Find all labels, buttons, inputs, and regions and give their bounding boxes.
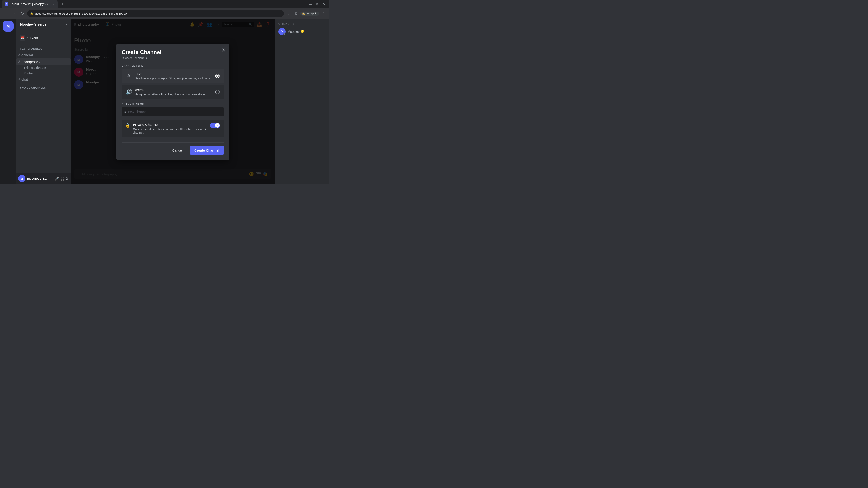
- browser-chrome: D Discord | "Photos" | Moodjoy's s... ✕ …: [0, 0, 329, 19]
- sidebar-event-item[interactable]: 📅 1 Event: [18, 33, 69, 42]
- url-text: discord.com/channels/1182346851781984336…: [35, 12, 127, 15]
- channel-name-label: CHANNEL NAME: [122, 103, 224, 105]
- user-controls: 🎤 🎧 ⚙: [55, 176, 69, 181]
- username: moodjoy1_8...: [27, 177, 53, 180]
- modal-subtitle: in Voice Channels: [122, 56, 224, 60]
- voice-channel-desc: Hang out together with voice, video, and…: [135, 93, 213, 96]
- back-button[interactable]: ←: [3, 10, 9, 17]
- channel-type-voice-option[interactable]: 🔊 Voice Hang out together with voice, vi…: [122, 85, 224, 99]
- private-channel-desc: Only selected members and roles will be …: [133, 127, 208, 134]
- event-label: 1 Event: [27, 36, 38, 40]
- active-tab[interactable]: D Discord | "Photos" | Moodjoy's s... ✕: [2, 0, 58, 8]
- modal-overlay: Create Channel in Voice Channels ✕ CHANN…: [70, 19, 275, 184]
- microphone-icon[interactable]: 🎤: [55, 176, 59, 181]
- channel-name-input-wrap: #: [122, 107, 224, 116]
- text-channel-info: Text Send messages, images, GIFs, emoji,…: [135, 72, 213, 80]
- server-dropdown-arrow: ▾: [66, 23, 67, 26]
- voice-channels-label: ▾ VOICE CHANNELS: [16, 83, 70, 90]
- text-channel-radio[interactable]: [215, 74, 220, 78]
- incognito-badge: 🕵 Incognito: [300, 11, 319, 15]
- main-content: # photography | 🧵 Photos 🔔 📌 👥 ··· Searc…: [70, 19, 275, 184]
- modal-title: Create Channel: [122, 49, 224, 55]
- voice-channel-info: Voice Hang out together with voice, vide…: [135, 88, 213, 96]
- sidebar-item-chat[interactable]: # chat: [16, 76, 70, 83]
- channel-name-chat: chat: [22, 77, 28, 81]
- hash-icon-chat: #: [18, 77, 20, 81]
- user-avatar: M: [18, 175, 25, 182]
- sidebar-events-section: 📅 1 Event: [16, 30, 70, 43]
- sidebar-item-general[interactable]: # general: [16, 52, 70, 58]
- text-channels-section: TEXT CHANNELS +: [16, 43, 70, 52]
- thread-name-1: This is a thread!: [24, 66, 46, 70]
- voice-chevron-icon: ▾: [20, 87, 21, 89]
- sidebar: Moodjoy's server ▾ 📅 1 Event TEXT CHANNE…: [16, 19, 70, 184]
- modal-close-button[interactable]: ✕: [221, 47, 225, 53]
- text-channels-label: TEXT CHANNELS +: [18, 47, 69, 51]
- event-calendar-icon: 📅: [20, 35, 25, 41]
- user-list-item-moodjoy[interactable]: M Moodjoy 🌟: [278, 27, 326, 36]
- settings-icon[interactable]: ⚙: [66, 176, 69, 181]
- channel-name-hash: #: [124, 110, 126, 114]
- offline-header: OFFLINE — 1: [278, 23, 326, 25]
- user-area: M moodjoy1_8... 🎤 🎧 ⚙: [16, 173, 70, 184]
- app-container: M Moodjoy's server ▾ 📅 1 Event TEXT CHAN…: [0, 19, 329, 184]
- close-window-button[interactable]: ✕: [321, 1, 327, 7]
- window-toggle-button[interactable]: ⧉: [293, 10, 299, 17]
- bookmark-button[interactable]: ☆: [286, 10, 292, 17]
- window-controls: — ⧉ ✕: [307, 1, 327, 7]
- channel-name-section: CHANNEL NAME #: [122, 103, 224, 116]
- incognito-icon: 🕵: [302, 12, 305, 15]
- forward-button[interactable]: →: [11, 10, 17, 17]
- cancel-button[interactable]: Cancel: [168, 147, 186, 154]
- minimize-button[interactable]: —: [307, 1, 314, 7]
- voice-channel-speaker-icon: 🔊: [126, 89, 132, 95]
- nav-bar: ← → ↻ 🔒 discord.com/channels/11823468517…: [0, 8, 329, 19]
- thread-item-photos[interactable]: Photos: [16, 70, 70, 76]
- tab-title: Discord | "Photos" | Moodjoy's s...: [9, 2, 50, 6]
- add-text-channel-button[interactable]: +: [65, 47, 67, 51]
- text-channel-desc: Send messages, images, GIFs, emoji, opin…: [135, 76, 213, 80]
- new-tab-button[interactable]: +: [59, 1, 66, 7]
- toggle-x-icon: ✕: [217, 124, 218, 127]
- refresh-button[interactable]: ↻: [19, 10, 25, 17]
- user-list-name-moodjoy: Moodjoy 🌟: [287, 30, 304, 33]
- sidebar-item-photography[interactable]: # photography: [16, 58, 70, 65]
- channel-name-general: general: [22, 53, 33, 57]
- create-channel-button[interactable]: Create Channel: [190, 146, 224, 155]
- voice-channel-name: Voice: [135, 88, 213, 92]
- private-channel-title: Private Channel: [133, 123, 208, 127]
- voice-channel-radio[interactable]: [215, 90, 220, 94]
- address-bar[interactable]: 🔒 discord.com/channels/11823468517819843…: [27, 10, 284, 17]
- channel-type-section-label: CHANNEL TYPE: [122, 64, 224, 67]
- lock-icon: 🔒: [30, 12, 33, 15]
- hash-icon: #: [18, 53, 20, 57]
- tab-close-button[interactable]: ✕: [52, 2, 55, 6]
- private-channel-toggle[interactable]: ✕: [210, 123, 220, 128]
- server-icon-initial: M: [6, 24, 10, 29]
- user-list-avatar-moodjoy: M: [278, 28, 286, 35]
- server-icon-moodjoy[interactable]: M: [3, 21, 13, 32]
- thread-item-1[interactable]: This is a thread!: [16, 65, 70, 70]
- channel-name-photography: photography: [22, 60, 40, 64]
- maximize-button[interactable]: ⧉: [314, 1, 320, 7]
- text-channel-hash-icon: #: [126, 73, 132, 79]
- channel-name-input[interactable]: [128, 110, 221, 113]
- headphone-icon[interactable]: 🎧: [60, 176, 65, 181]
- lock-icon-private: 🔒: [125, 123, 130, 128]
- server-list: M: [0, 19, 16, 184]
- user-info: moodjoy1_8...: [27, 177, 53, 180]
- menu-button[interactable]: ⋮: [320, 10, 327, 17]
- text-channel-name: Text: [135, 72, 213, 76]
- nav-right-controls: ☆ ⧉ 🕵 Incognito ⋮: [286, 10, 327, 17]
- private-channel-info: Private Channel Only selected members an…: [133, 123, 208, 134]
- channel-type-text-option[interactable]: # Text Send messages, images, GIFs, emoj…: [122, 69, 224, 83]
- discord-app: M Moodjoy's server ▾ 📅 1 Event TEXT CHAN…: [0, 19, 329, 184]
- tab-favicon: D: [4, 2, 8, 6]
- tab-bar: D Discord | "Photos" | Moodjoy's s... ✕ …: [0, 0, 329, 8]
- voice-channels-title: VOICE CHANNELS: [22, 86, 46, 89]
- incognito-label: Incognito: [306, 12, 317, 15]
- hash-icon-photography: #: [18, 60, 20, 64]
- modal-footer: Cancel Create Channel: [122, 142, 224, 155]
- server-header[interactable]: Moodjoy's server ▾: [16, 19, 70, 30]
- create-channel-modal: Create Channel in Voice Channels ✕ CHANN…: [116, 43, 229, 160]
